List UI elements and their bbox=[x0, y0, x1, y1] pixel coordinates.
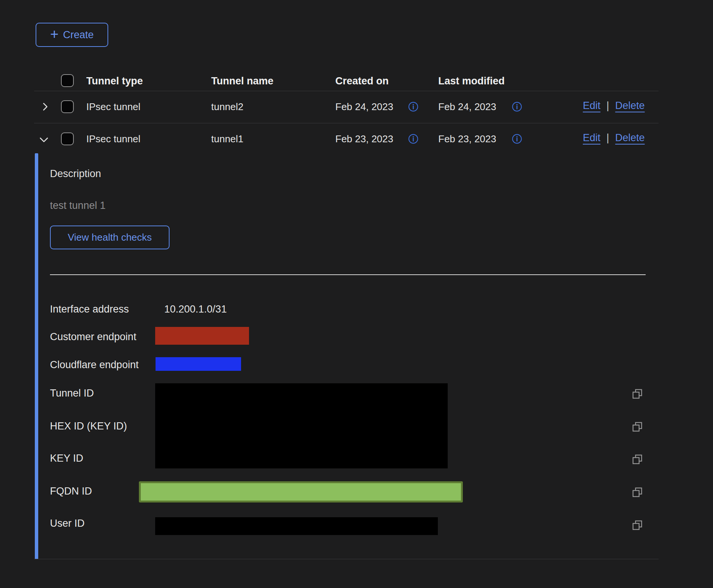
column-header-created-on: Created on bbox=[335, 75, 389, 87]
field-label-fqdn-id: FQDN ID bbox=[50, 485, 92, 497]
view-health-checks-button[interactable]: View health checks bbox=[50, 226, 170, 249]
column-header-last-modified: Last modified bbox=[438, 75, 505, 87]
copy-icon[interactable] bbox=[631, 453, 643, 465]
column-header-tunnel-name: Tunnel name bbox=[211, 75, 274, 87]
action-separator: | bbox=[607, 132, 609, 144]
user-id-redacted-value bbox=[155, 517, 438, 535]
info-icon[interactable] bbox=[512, 134, 522, 144]
plus-icon: + bbox=[50, 27, 58, 41]
row-actions: Edit | Delete bbox=[583, 132, 645, 144]
field-label-tunnel-id: Tunnel ID bbox=[50, 387, 94, 399]
cloudflare-endpoint-redacted-value bbox=[156, 357, 241, 371]
row-divider bbox=[34, 123, 659, 123]
fqdn-id-redacted-value bbox=[139, 481, 463, 502]
copy-icon[interactable] bbox=[631, 486, 643, 498]
copy-icon[interactable] bbox=[631, 421, 643, 433]
created-on-cell: Feb 24, 2023 bbox=[335, 101, 393, 113]
panel-bottom-divider bbox=[34, 559, 659, 559]
info-icon[interactable] bbox=[512, 101, 522, 112]
customer-endpoint-redacted-value bbox=[155, 327, 249, 345]
chevron-down-icon[interactable] bbox=[38, 134, 49, 145]
delete-link[interactable]: Delete bbox=[615, 132, 645, 144]
action-separator: | bbox=[607, 100, 609, 112]
tunnel-type-cell: IPsec tunnel bbox=[86, 133, 140, 145]
chevron-right-icon[interactable] bbox=[39, 101, 51, 112]
field-label-customer-endpoint: Customer endpoint bbox=[50, 331, 136, 343]
field-label-cloudflare-endpoint: Cloudflare endpoint bbox=[50, 359, 139, 371]
delete-link[interactable]: Delete bbox=[615, 100, 645, 112]
description-value: test tunnel 1 bbox=[50, 200, 106, 212]
info-icon[interactable] bbox=[408, 101, 419, 112]
tunnel-name-cell: tunnel1 bbox=[211, 133, 243, 145]
column-header-tunnel-type: Tunnel type bbox=[86, 75, 143, 87]
select-all-checkbox[interactable] bbox=[61, 74, 74, 87]
info-icon[interactable] bbox=[408, 134, 419, 144]
interface-address-value: 10.200.1.0/31 bbox=[164, 303, 227, 315]
create-button-label: Create bbox=[63, 29, 94, 41]
field-label-key-id: KEY ID bbox=[50, 452, 83, 464]
field-label-interface-address: Interface address bbox=[50, 303, 129, 315]
tunnel-name-cell: tunnel2 bbox=[211, 101, 243, 113]
details-divider bbox=[50, 274, 646, 275]
copy-icon[interactable] bbox=[631, 519, 643, 531]
description-label: Description bbox=[50, 168, 101, 180]
expanded-row-indicator bbox=[35, 153, 38, 559]
row-actions: Edit | Delete bbox=[583, 100, 645, 112]
ids-redacted-value bbox=[155, 383, 448, 468]
row-checkbox[interactable] bbox=[61, 132, 74, 145]
header-divider bbox=[34, 91, 659, 91]
last-modified-cell: Feb 24, 2023 bbox=[438, 101, 496, 113]
create-button[interactable]: + Create bbox=[36, 23, 108, 47]
field-label-user-id: User ID bbox=[50, 517, 85, 529]
field-label-hex-id: HEX ID (KEY ID) bbox=[50, 420, 127, 432]
tunnel-type-cell: IPsec tunnel bbox=[86, 101, 140, 113]
created-on-cell: Feb 23, 2023 bbox=[335, 133, 393, 145]
edit-link[interactable]: Edit bbox=[583, 100, 601, 112]
row-checkbox[interactable] bbox=[61, 100, 74, 113]
tunnels-page: + Create Tunnel type Tunnel name Created… bbox=[0, 0, 713, 588]
copy-icon[interactable] bbox=[631, 388, 643, 400]
edit-link[interactable]: Edit bbox=[583, 132, 601, 144]
last-modified-cell: Feb 23, 2023 bbox=[438, 133, 496, 145]
